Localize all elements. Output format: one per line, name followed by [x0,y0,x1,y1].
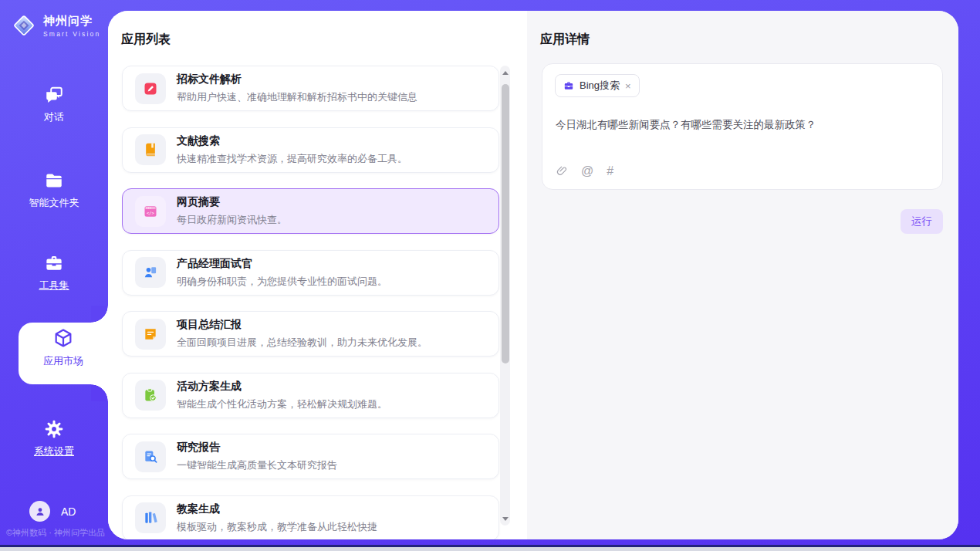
person-icon [34,505,46,518]
diamond-logo-icon [11,12,37,39]
app-description: 每日政府新闻资讯快查。 [177,213,287,227]
books-icon [143,510,158,526]
app-icon-tile [135,257,166,288]
list-item-pm-interviewer[interactable]: 产品经理面试官 明确身份和职责，为您提供专业性的面试问题。 [122,250,499,296]
app-description: 智能生成个性化活动方案，轻松解决规划难题。 [177,397,387,411]
app-name: 研究报告 [177,441,337,455]
book-icon [143,142,158,157]
clipboard-check-icon [143,387,158,403]
run-button[interactable]: 运行 [901,209,943,234]
app-name: 网页摘要 [177,195,287,209]
chip-close-icon[interactable]: × [625,81,631,91]
list-item-lesson-plan[interactable]: 教案生成 模板驱动，教案秒成，教学准备从此轻松快捷 [122,495,499,540]
app-description: 模板驱动，教案秒成，教学准备从此轻松快捷 [177,520,377,534]
gear-icon [44,419,64,439]
copyright-footer: ©神州数码 · 神州问学出品 [6,527,110,539]
composer-toolbar: @ # [556,164,613,178]
sidebar: 神州问学 Smart Vision 对话 智能文件夹 [0,0,108,545]
app-detail-title: 应用详情 [540,32,590,48]
research-icon [143,449,158,465]
app-text: 教案生成 模板驱动，教案秒成，教学准备从此轻松快捷 [177,502,377,534]
app-description: 全面回顾项目进展，总结经验教训，助力未来优化发展。 [177,336,427,350]
app-icon-tile [135,502,166,533]
scroll-up-button[interactable] [500,67,510,78]
user-name: AD [61,505,76,518]
brand-text: 神州问学 Smart Vision [43,14,100,38]
user-account[interactable]: AD [29,501,76,522]
triangle-up-icon [502,71,509,75]
svg-text:</>: </> [147,210,155,215]
browser-code-icon: </> [143,204,158,219]
sidebar-item-settings[interactable]: 系统设置 [0,419,108,458]
brand-subtitle: Smart Vision [43,30,100,38]
list-item-event-plan[interactable]: 活动方案生成 智能生成个性化活动方案，轻松解决规划难题。 [122,373,499,418]
app-name: 招标文件解析 [177,73,417,86]
tool-chip-label: Bing搜索 [580,79,620,93]
app-list-panel: 应用列表 招标文件解析 帮助用户快速、准确地理解和解析招标书中的关键信息 [108,11,527,539]
edit-square-icon [143,81,158,96]
app-name: 文献搜索 [177,134,407,148]
bubble-curve-top [91,306,108,323]
app-description: 帮助用户快速、准确地理解和解析招标书中的关键信息 [177,90,417,104]
list-item-research-report[interactable]: 研究报告 一键智能生成高质量长文本研究报告 [122,434,499,479]
sidebar-item-label: 对话 [0,110,108,124]
app-name: 教案生成 [177,502,377,516]
app-text: 研究报告 一键智能生成高质量长文本研究报告 [177,441,337,472]
app-description: 快速精准查找学术资源，提高研究效率的必备工具。 [177,152,407,166]
sidebar-item-label: 智能文件夹 [0,196,108,210]
app-icon-tile [135,441,166,472]
app-window: 神州问学 Smart Vision 对话 智能文件夹 [0,0,980,551]
paperclip-icon[interactable] [556,165,568,177]
cube-icon [52,327,74,349]
interviewer-icon [143,265,158,280]
chat-icon [44,85,64,105]
app-detail-panel: 应用详情 Bing搜索 × 今日湖北有哪些新闻要点？有哪些需要关注的最新政策？ … [527,11,958,539]
triangle-down-icon [502,517,509,521]
briefcase-icon [563,80,574,91]
list-item-web-summary[interactable]: </> 网页摘要 每日政府新闻资讯快查。 [122,188,499,234]
toolbox-icon [44,253,64,273]
sidebar-item-smart-folder[interactable]: 智能文件夹 [0,171,108,210]
app-description: 一键智能生成高质量长文本研究报告 [177,458,337,472]
app-name: 活动方案生成 [177,380,387,394]
app-name: 项目总结汇报 [177,318,427,332]
list-scrollbar[interactable] [500,66,510,526]
app-icon-tile [135,73,166,104]
list-item-project-summary[interactable]: 项目总结汇报 全面回顾项目进展，总结经验教训，助力未来优化发展。 [122,311,499,357]
app-text: 网页摘要 每日政府新闻资讯快查。 [177,195,287,227]
app-list-title: 应用列表 [121,32,171,48]
scrollbar-thumb[interactable] [502,84,509,363]
app-text: 项目总结汇报 全面回顾项目进展，总结经验教训，助力未来优化发展。 [177,318,427,350]
mention-icon[interactable]: @ [581,164,593,178]
app-icon-tile [135,380,166,411]
sidebar-item-label: 系统设置 [0,445,108,458]
app-text: 产品经理面试官 明确身份和职责，为您提供专业性的面试问题。 [177,257,387,289]
sidebar-item-chat[interactable]: 对话 [0,85,108,124]
scroll-down-button[interactable] [500,513,510,524]
folder-icon [44,171,64,191]
app-icon-tile: </> [135,196,166,227]
brand-name: 神州问学 [43,14,100,29]
app-text: 活动方案生成 智能生成个性化活动方案，轻松解决规划难题。 [177,380,387,411]
prompt-text-input[interactable]: 今日湖北有哪些新闻要点？有哪些需要关注的最新政策？ [556,118,926,132]
sidebar-item-label: 工具集 [0,279,108,292]
main-surface: 应用列表 招标文件解析 帮助用户快速、准确地理解和解析招标书中的关键信息 [108,11,958,539]
app-icon-tile [135,319,166,350]
app-list: 招标文件解析 帮助用户快速、准确地理解和解析招标书中的关键信息 文献搜索 [122,66,499,539]
app-name: 产品经理面试官 [177,257,387,271]
list-item-bid-document-analysis[interactable]: 招标文件解析 帮助用户快速、准确地理解和解析招标书中的关键信息 [122,66,499,111]
bubble-curve-bottom [91,384,108,401]
tool-chip-bing-search[interactable]: Bing搜索 × [555,74,640,97]
app-text: 文献搜索 快速精准查找学术资源，提高研究效率的必备工具。 [177,134,407,166]
sidebar-item-label: 应用市场 [19,354,108,368]
hash-icon[interactable]: # [607,164,613,178]
desktop-strip [0,547,980,551]
app-description: 明确身份和职责，为您提供专业性的面试问题。 [177,275,387,289]
note-icon [143,326,158,342]
avatar [29,501,50,522]
list-item-literature-search[interactable]: 文献搜索 快速精准查找学术资源，提高研究效率的必备工具。 [122,127,499,173]
app-icon-tile [135,134,166,165]
prompt-card: Bing搜索 × 今日湖北有哪些新闻要点？有哪些需要关注的最新政策？ @ # [542,63,943,190]
sidebar-item-app-market[interactable]: 应用市场 [19,327,108,368]
sidebar-item-toolbox[interactable]: 工具集 [0,253,108,292]
